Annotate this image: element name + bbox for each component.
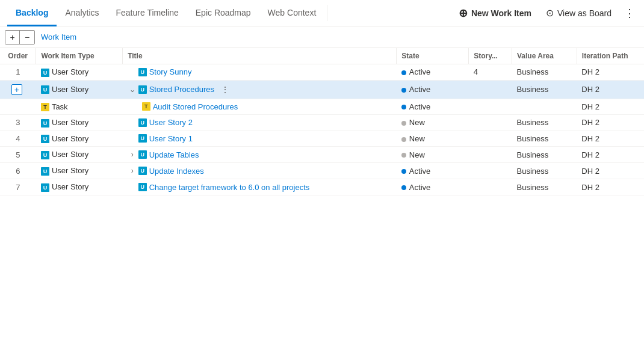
cell-story-points	[469, 163, 512, 179]
table-row[interactable]: 5UUser Story›UUpdate TablesNewBusinessDH…	[0, 147, 644, 163]
collapse-icon[interactable]: ⌄	[128, 85, 137, 94]
userstory-icon: U	[41, 69, 49, 77]
row-hover-actions: ⋮	[219, 84, 231, 96]
cell-value-area: Business	[512, 115, 577, 131]
cell-order: 1	[0, 64, 36, 81]
cell-iteration-path: DH 2	[577, 131, 644, 147]
cell-order: +	[0, 80, 36, 99]
cell-iteration-path: DH 2	[577, 99, 644, 115]
cell-state: Active	[397, 163, 469, 179]
cell-type: TTask	[36, 99, 123, 115]
userstory-icon-title: U	[138, 68, 147, 76]
tab-feature-timeline[interactable]: Feature Timeline	[108, 1, 187, 26]
state-dot-icon	[401, 105, 406, 109]
table-row[interactable]: +UUser Story⌄UStored Procedures⋮ActiveBu…	[0, 80, 644, 99]
work-item-title-link[interactable]: Update Indexes	[149, 167, 204, 176]
table-row[interactable]: 3UUser StoryUUser Story 2NewBusinessDH 2	[0, 115, 644, 131]
remove-icon: −	[25, 32, 29, 42]
row-more-button[interactable]: ⋮	[219, 84, 231, 96]
backlog-table: Order Work Item Type Title State Story..…	[0, 48, 644, 195]
cell-type: UUser Story	[36, 80, 123, 99]
work-item-title-link[interactable]: Stored Procedures	[149, 85, 214, 94]
cell-order: 3	[0, 115, 36, 131]
add-button[interactable]: +	[5, 31, 20, 44]
state-dot-icon	[401, 88, 406, 93]
table-row[interactable]: 4UUser StoryUUser Story 1NewBusinessDH 2	[0, 131, 644, 147]
cell-order: 5	[0, 147, 36, 163]
toolbar: + − Work Item	[0, 26, 644, 48]
cell-type: UUser Story	[36, 131, 123, 147]
breadcrumb[interactable]: Work Item	[41, 32, 76, 41]
table-row[interactable]: 1UUser StoryUStory SunnyActive4BusinessD…	[0, 64, 644, 81]
userstory-icon-title: U	[138, 134, 147, 143]
view-as-board-label: View as Board	[557, 8, 611, 18]
userstory-icon: U	[41, 119, 49, 128]
col-header-value: Value Area	[512, 48, 577, 64]
work-item-type-label: Task	[52, 102, 68, 111]
tab-analytics[interactable]: Analytics	[57, 1, 107, 26]
cell-value-area: Business	[512, 131, 577, 147]
cell-state: New	[397, 115, 469, 131]
userstory-icon-title: U	[138, 85, 147, 94]
cell-value-area: Business	[512, 80, 577, 99]
cell-order: 6	[0, 163, 36, 179]
tab-backlog[interactable]: Backlog	[7, 1, 57, 26]
col-header-type: Work Item Type	[36, 48, 123, 64]
state-dot-icon	[401, 121, 406, 126]
cell-value-area: Business	[512, 163, 577, 179]
state-label: Active	[409, 67, 430, 76]
work-item-title-link[interactable]: Update Tables	[149, 150, 199, 159]
plus-circle-icon: ⊕	[459, 7, 468, 20]
work-item-type-label: User Story	[52, 150, 88, 159]
tab-web-context[interactable]: Web Context	[259, 1, 325, 26]
table-row[interactable]: TTaskTAudit Stored ProceduresActiveDH 2	[0, 99, 644, 115]
work-item-type-label: User Story	[52, 118, 88, 127]
table-header-row: Order Work Item Type Title State Story..…	[0, 48, 644, 64]
cell-type: UUser Story	[36, 163, 123, 179]
table-container: Order Work Item Type Title State Story..…	[0, 48, 644, 338]
userstory-icon-title: U	[138, 167, 147, 175]
state-dot-icon	[401, 153, 406, 158]
cell-type: UUser Story	[36, 147, 123, 163]
cell-value-area: Business	[512, 147, 577, 163]
table-row[interactable]: 7UUser StoryUChange target framework to …	[0, 179, 644, 195]
col-header-iter: Iteration Path	[577, 48, 644, 64]
cell-iteration-path: DH 2	[577, 64, 644, 81]
userstory-icon: U	[41, 183, 49, 192]
view-as-board-button[interactable]: ⊙ View as Board	[540, 4, 618, 22]
cell-state: New	[397, 131, 469, 147]
state-dot-icon	[401, 185, 406, 190]
remove-button[interactable]: −	[20, 31, 34, 44]
cell-story-points	[469, 131, 512, 147]
work-item-title-link[interactable]: Story Sunny	[149, 67, 192, 76]
add-child-button[interactable]: +	[11, 84, 22, 95]
expand-icon[interactable]: ›	[128, 150, 137, 159]
cell-value-area	[512, 99, 577, 115]
work-item-title-link[interactable]: User Story 1	[149, 134, 193, 143]
cell-iteration-path: DH 2	[577, 147, 644, 163]
new-work-item-button[interactable]: ⊕ New Work Item	[453, 3, 537, 23]
nav-actions: ⊕ New Work Item ⊙ View as Board ⋮	[453, 0, 644, 26]
expand-icon[interactable]: ›	[128, 166, 137, 176]
table-row[interactable]: 6UUser Story›UUpdate IndexesActiveBusine…	[0, 163, 644, 179]
work-item-type-label: User Story	[52, 182, 88, 191]
cell-title: UUser Story 2	[123, 115, 397, 131]
state-dot-icon	[401, 70, 406, 75]
work-item-title-link[interactable]: Change target framework to 6.0 on all pr…	[149, 183, 310, 192]
work-item-type-label: User Story	[52, 85, 88, 94]
work-item-title-link[interactable]: Audit Stored Procedures	[153, 102, 238, 111]
cell-iteration-path: DH 2	[577, 163, 644, 179]
col-header-state: State	[397, 48, 469, 64]
cell-title: ⌄UStored Procedures⋮	[123, 80, 397, 99]
add-icon: +	[10, 32, 14, 42]
tab-epic-roadmap[interactable]: Epic Roadmap	[187, 1, 259, 26]
userstory-icon: U	[41, 135, 49, 143]
cell-title: ›UUpdate Indexes	[123, 163, 397, 179]
state-label: New	[409, 134, 425, 143]
userstory-icon-title: U	[138, 118, 147, 127]
userstory-icon-title: U	[138, 183, 147, 191]
cell-iteration-path: DH 2	[577, 179, 644, 195]
nav-separator	[327, 5, 327, 21]
work-item-title-link[interactable]: User Story 2	[149, 118, 193, 127]
more-options-button[interactable]: ⋮	[620, 4, 639, 23]
